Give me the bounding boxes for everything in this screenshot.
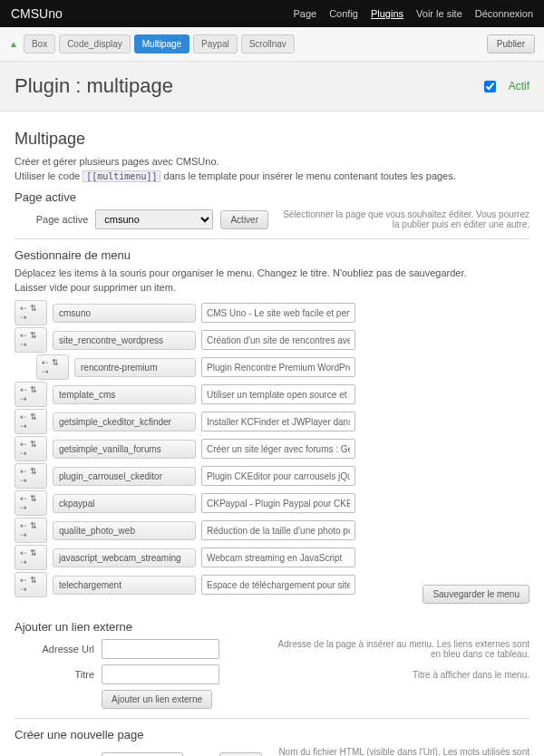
intro-line2: Utiliser le code [[multimenu]] dans le t…	[15, 170, 529, 181]
nav-page[interactable]: Page	[293, 8, 316, 19]
drag-handle-icon[interactable]: ⇠ ⇅ ⇢	[15, 490, 47, 516]
menu-item-desc-input[interactable]	[201, 303, 355, 323]
menu-item[interactable]: ⇠ ⇅ ⇢rencontre-premium	[15, 354, 529, 380]
section-title: Multipage	[15, 130, 529, 149]
drag-handle-icon[interactable]: ⇠ ⇅ ⇢	[15, 436, 47, 461]
url-input[interactable]	[102, 639, 219, 659]
menu-item-desc-input[interactable]	[201, 412, 355, 431]
active-page-label: Page active	[15, 214, 88, 225]
intro-line1: Créer et gérer plusieurs pages avec CMSU…	[15, 156, 529, 167]
title-input[interactable]	[102, 664, 219, 684]
drag-handle-icon[interactable]: ⇠ ⇅ ⇢	[36, 354, 69, 380]
add-link-button[interactable]: Ajouter un lien externe	[102, 690, 212, 709]
drag-handle-icon[interactable]: ⇠ ⇅ ⇢	[15, 409, 47, 434]
create-hint: Nom du fichier HTML (visible dans l'Url)…	[276, 747, 529, 756]
topbar: CMSUno Page Config Plugins Voir le site …	[0, 0, 544, 27]
menu-help1: Déplacez les items à la souris pour orga…	[15, 267, 529, 278]
menu-help2: Laisser vide pour supprimer un item.	[15, 282, 529, 293]
drag-handle-icon[interactable]: ⇠ ⇅ ⇢	[15, 518, 47, 543]
menu-item-desc-input[interactable]	[201, 548, 355, 567]
brand: CMSUno	[11, 6, 63, 21]
filename-input[interactable]	[102, 752, 183, 757]
menu-item[interactable]: ⇠ ⇅ ⇢qualite_photo_web	[15, 518, 529, 543]
menu-item[interactable]: ⇠ ⇅ ⇢getsimple_ckeditor_kcfinder	[15, 409, 529, 434]
menu-item-slug: template_cms	[53, 385, 196, 404]
menu-item-slug: rencontre-premium	[74, 358, 196, 377]
nav-plugins[interactable]: Plugins	[371, 8, 403, 19]
tab-code-display[interactable]: Code_display	[59, 34, 131, 53]
page-title: Plugin : multipage	[15, 74, 173, 98]
active-page-select[interactable]: cmsuno	[95, 209, 213, 229]
menu-item-slug: getsimple_vanilla_forums	[53, 440, 196, 459]
menu-item-slug: qualite_photo_web	[53, 521, 196, 540]
create-page-heading: Créer une nouvelle page	[15, 728, 529, 741]
plugin-state: Actif	[509, 80, 529, 92]
menu-item-slug: telechargement	[53, 576, 196, 595]
menu-manager-heading: Gestionnaire de menu	[15, 248, 529, 262]
activate-button[interactable]: Activer	[220, 210, 268, 229]
menu-item[interactable]: ⇠ ⇅ ⇢plugin_carrousel_ckeditor	[15, 463, 529, 489]
menu-list: ⇠ ⇅ ⇢cmsuno⇠ ⇅ ⇢site_rencontre_wordpress…	[15, 300, 529, 597]
menu-item-slug: plugin_carrousel_ckeditor	[53, 467, 196, 486]
menu-item-desc-input[interactable]	[201, 330, 355, 350]
nav-config[interactable]: Config	[329, 8, 358, 19]
url-label: Adresse Url	[15, 644, 94, 654]
drag-handle-icon[interactable]: ⇠ ⇅ ⇢	[15, 545, 47, 570]
menu-item-slug: getsimple_ckeditor_kcfinder	[53, 412, 196, 431]
tab-paypal[interactable]: Paypal	[193, 34, 238, 53]
menu-item-desc-input[interactable]	[201, 493, 355, 513]
tab-multipage[interactable]: Multipage	[134, 34, 189, 53]
menu-item[interactable]: ⇠ ⇅ ⇢javascript_webcam_streaming	[15, 545, 529, 570]
publish-button[interactable]: Publier	[487, 34, 535, 53]
plugin-active-checkbox[interactable]	[484, 81, 496, 92]
drag-handle-icon[interactable]: ⇠ ⇅ ⇢	[15, 572, 47, 597]
url-hint: Adresse de la page à insérer au menu. Le…	[276, 639, 529, 659]
menu-item[interactable]: ⇠ ⇅ ⇢getsimple_vanilla_forums	[15, 436, 529, 461]
title-hint: Titre à afficher dans le menu.	[413, 670, 529, 680]
plugin-header: Plugin : multipage Actif	[0, 62, 544, 111]
menu-item-slug: ckpaypal	[53, 494, 196, 513]
menu-item-desc-input[interactable]	[201, 575, 355, 595]
tab-box[interactable]: Box	[24, 34, 55, 53]
title-label: Titre	[15, 669, 94, 680]
drag-handle-icon[interactable]: ⇠ ⇅ ⇢	[15, 300, 47, 325]
menu-item[interactable]: ⇠ ⇅ ⇢cmsuno	[15, 300, 529, 325]
tab-scrollnav[interactable]: Scrollnav	[241, 34, 295, 53]
menu-item[interactable]: ⇠ ⇅ ⇢site_rencontre_wordpress	[15, 327, 529, 353]
menu-item-slug: cmsuno	[53, 304, 196, 323]
add-link-heading: Ajouter un lien externe	[15, 620, 529, 634]
menu-item-desc-input[interactable]	[201, 520, 355, 540]
chevron-up-icon[interactable]: ▲	[9, 39, 18, 49]
drag-handle-icon[interactable]: ⇠ ⇅ ⇢	[15, 463, 47, 489]
save-menu-button[interactable]: Sauvegarder le menu	[423, 585, 529, 604]
menu-item-slug: javascript_webcam_streaming	[53, 548, 196, 567]
nav-logout[interactable]: Déconnexion	[475, 8, 533, 19]
active-page-heading: Page active	[15, 190, 529, 204]
nav-view-site[interactable]: Voir le site	[416, 8, 462, 19]
menu-item-desc-input[interactable]	[201, 384, 355, 404]
shortcode: [[multimenu]]	[83, 170, 160, 182]
top-nav: Page Config Plugins Voir le site Déconne…	[293, 8, 533, 19]
menu-item[interactable]: ⇠ ⇅ ⇢ckpaypal	[15, 490, 529, 516]
drag-handle-icon[interactable]: ⇠ ⇅ ⇢	[15, 327, 47, 353]
menu-item-desc-input[interactable]	[201, 466, 355, 486]
menu-item-desc-input[interactable]	[201, 357, 355, 377]
drag-handle-icon[interactable]: ⇠ ⇅ ⇢	[15, 382, 47, 407]
plugin-tabs: ▲ Box Code_display Multipage Paypal Scro…	[0, 27, 544, 62]
active-page-hint: Sélectionner la page que vous souhaitez …	[276, 209, 529, 229]
menu-item-slug: site_rencontre_wordpress	[53, 331, 196, 350]
menu-item[interactable]: ⇠ ⇅ ⇢template_cms	[15, 382, 529, 407]
menu-item-desc-input[interactable]	[201, 439, 355, 459]
create-button[interactable]: Créer	[219, 752, 262, 756]
